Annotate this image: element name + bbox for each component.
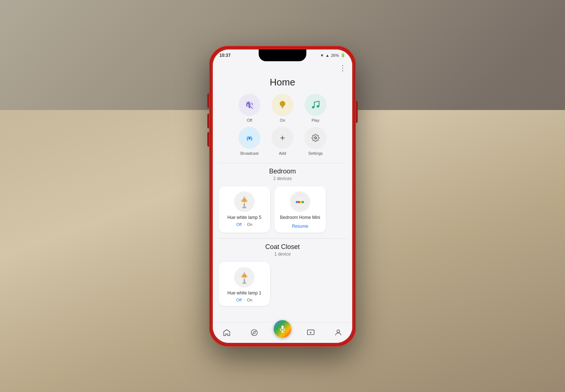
device-hue-lamp-5[interactable]: Hue white lamp 5 Off • On [219,186,270,232]
action-add-circle: + [271,127,294,149]
svg-point-16 [243,274,246,278]
bulb-icon [278,100,287,110]
media-nav-icon [307,329,315,337]
lamp5-on-btn[interactable]: On [247,222,252,227]
action-add[interactable]: + Add [266,127,299,155]
hue-lamp-5-name: Hue white lamp 5 [227,215,262,220]
action-play[interactable]: Play [299,94,332,122]
home-mini-icon [290,191,310,212]
svg-point-11 [296,201,298,203]
lamp1-on-btn[interactable]: On [247,298,252,302]
lamp-svg [236,193,252,210]
action-broadcast[interactable]: Broadcast [233,127,266,155]
nav-media[interactable] [303,325,319,341]
broadcast-icon [245,133,254,143]
svg-point-14 [302,201,304,203]
gear-icon [311,134,320,142]
nav-account[interactable] [330,325,346,341]
coat-closet-devices: Hue white lamp 1 Off • On [213,262,352,306]
svg-point-24 [337,330,340,333]
battery-level: 26% [331,53,339,58]
lamp1-off-btn[interactable]: Off [236,298,241,302]
action-settings-label: Settings [308,151,323,155]
toggle-dot-2: • [244,298,245,301]
svg-rect-2 [282,107,283,108]
lamp1-svg [236,268,252,286]
svg-point-19 [251,330,258,336]
divider-2 [219,238,346,239]
action-on[interactable]: On [266,94,299,122]
explore-nav-icon [250,329,258,337]
signal-icon: ▲ [325,53,329,58]
room-bedroom: Bedroom 2 devices [213,168,352,232]
room-coat-closet: Coat Closet 1 device [213,243,352,306]
svg-point-3 [312,106,314,109]
phone-shell: 10:37 ▼ ▲ 26% 🔋 ⋮ Home [209,46,356,347]
svg-point-0 [248,103,251,105]
screen-content: ⋮ Home Off [213,61,352,343]
bedroom-count: 2 devices [213,176,352,181]
action-off[interactable]: Off [233,94,266,122]
home-nav-icon [223,329,231,337]
action-play-label: Play [311,118,319,122]
hue-lamp-1-icon [234,267,255,287]
action-off-circle [238,94,260,116]
action-settings[interactable]: Settings [299,127,332,155]
action-broadcast-circle [238,127,260,149]
quick-actions-grid: Off On [213,94,352,160]
hue-lamp-5-icon [234,191,255,212]
device-hue-lamp-1[interactable]: Hue white lamp 1 Off • On [219,262,270,306]
svg-point-18 [242,282,247,284]
hue-lamp-5-toggle: Off • On [236,222,252,227]
action-off-label: Off [247,118,252,122]
action-on-label: On [280,118,285,122]
svg-rect-20 [281,326,284,329]
page-title: Home [213,73,352,94]
action-play-circle [305,94,327,116]
divider-1 [219,163,346,163]
action-add-label: Add [279,151,286,155]
more-options-button[interactable]: ⋮ [213,61,352,73]
account-nav-icon [334,329,342,337]
battery-icon: 🔋 [340,53,346,58]
bedroom-devices: Hue white lamp 5 Off • On [213,186,352,232]
status-time: 10:37 [219,53,231,58]
mic-icon [278,325,287,333]
coat-closet-title: Coat Closet [213,243,352,251]
home-mini-name: Bedroom Home Mini [280,215,320,220]
svg-point-9 [242,207,247,208]
svg-point-12 [298,201,300,203]
home-mini-svg [292,194,308,209]
device-bedroom-home-mini[interactable]: Bedroom Home Mini Resume [274,186,326,232]
svg-point-13 [300,201,302,203]
bottom-nav [213,322,352,343]
plus-icon: + [280,133,285,143]
action-on-circle [271,94,294,116]
home-mini-resume[interactable]: Resume [292,224,309,229]
scene: 10:37 ▼ ▲ 26% 🔋 ⋮ Home [0,0,565,392]
phone-screen: 10:37 ▼ ▲ 26% 🔋 ⋮ Home [213,50,352,343]
notch [259,50,306,61]
nav-home[interactable] [219,325,235,341]
coat-closet-count: 1 device [213,252,352,257]
action-broadcast-label: Broadcast [240,151,259,155]
svg-point-4 [317,105,319,108]
status-icons: ▼ ▲ 26% 🔋 [320,53,346,58]
svg-rect-1 [282,107,283,107]
music-icon [311,100,320,110]
hue-lamp-1-name: Hue white lamp 1 [227,290,262,296]
lamp5-off-btn[interactable]: Off [236,222,241,227]
wifi-icon: ▼ [320,53,324,58]
nav-explore[interactable] [246,325,262,341]
toggle-dot: • [244,223,245,226]
hue-lamp-1-toggle: Off • On [236,298,252,302]
nav-mic-button[interactable] [274,320,291,338]
bedroom-title: Bedroom [213,168,352,175]
svg-point-7 [243,198,246,202]
action-settings-circle [305,127,327,149]
mute-icon [245,100,254,110]
